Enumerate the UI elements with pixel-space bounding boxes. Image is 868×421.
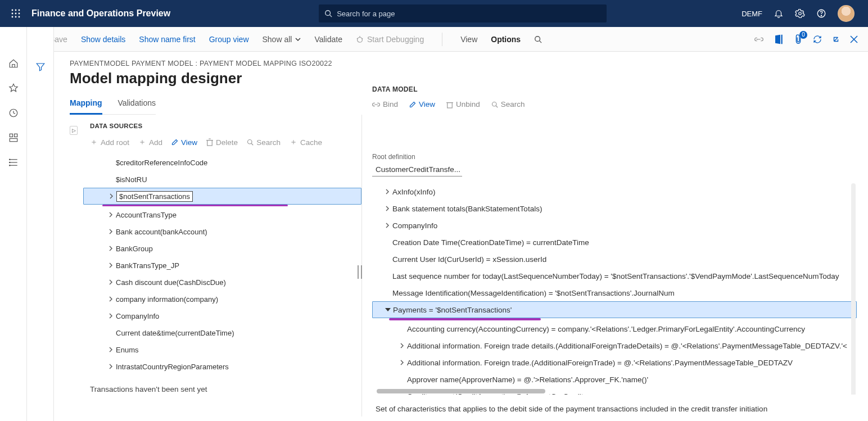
ds-status-text: Transactions haven't been sent yet [70,375,361,398]
chevron-right-icon[interactable] [106,313,116,319]
dm-tree-item[interactable]: Additional information. Foreign trade de… [372,337,857,354]
data-model-header: DATA MODEL [372,85,525,93]
toolbar-search-icon[interactable] [534,35,542,43]
ds-tree-item[interactable]: Current date&time(currentDateTime) [83,324,361,341]
delete-button[interactable]: Delete [206,138,238,147]
data-sources-tree[interactable]: $creditorReferenceInfoCode$isNotRU$notSe… [70,154,361,375]
tab-mapping[interactable]: Mapping [70,95,102,115]
data-model-tree[interactable]: AxInfo(xInfo)Bank statement totals(BankS… [372,183,857,395]
chevron-right-icon[interactable] [106,296,116,302]
dm-view-button[interactable]: View [409,100,435,108]
chevron-right-icon[interactable] [106,364,116,369]
show-details-button[interactable]: Show details [81,35,125,44]
chevron-down-icon[interactable] [383,307,393,312]
start-debugging-button[interactable]: Start Debugging [356,35,424,44]
chevron-right-icon[interactable] [382,223,392,228]
chevron-right-icon[interactable] [106,347,116,352]
dm-tree-item[interactable]: Payments = '$notSentTransactions' [372,301,857,318]
close-icon[interactable] [850,35,858,43]
chevron-right-icon[interactable] [106,229,116,234]
root-definition-value[interactable]: CustomerCreditTransfe... [372,163,462,176]
dm-tree-item[interactable]: Approver name(ApproverName) = @.'>Relati… [372,371,857,388]
ds-tree-item[interactable]: CompanyInfo [83,307,361,324]
modules-icon[interactable] [8,157,19,168]
chevron-right-icon[interactable] [106,212,116,218]
dm-tree-item[interactable]: Creation Date Time(CreationDateTime) = c… [372,234,857,251]
ds-tree-item[interactable]: Bank account(bankAccount) [83,223,361,240]
avatar[interactable] [838,5,855,22]
add-button[interactable]: ＋Add [138,137,162,147]
gear-icon[interactable] [795,8,805,19]
breadcrumb: PAYMENTMODEL PAYMENT MODEL : PAYMENT MOD… [70,60,857,67]
refresh-icon[interactable] [813,35,822,44]
svg-line-46 [496,106,498,107]
link-icon[interactable] [754,37,763,42]
favorite-icon[interactable] [8,83,19,93]
company-code[interactable]: DEMF [742,10,762,18]
ds-tree-item[interactable]: Enums [83,341,361,358]
recent-icon[interactable] [8,108,19,118]
ds-view-button[interactable]: View [171,138,197,147]
ds-tree-item[interactable]: company information(company) [83,291,361,307]
scrollbar-horizontal[interactable] [377,389,545,393]
collapse-handle-icon[interactable]: ▷ [70,126,78,135]
help-icon[interactable] [816,8,826,19]
view-button[interactable]: View [460,35,477,44]
splitter-handle[interactable] [358,265,362,279]
dm-tree-item[interactable]: Last sequence number for today(LastSeque… [372,268,857,284]
scrollbar-vertical[interactable] [851,183,856,395]
add-root-button[interactable]: ＋Add root [90,137,129,147]
ds-tree-label: CompanyInfo [116,312,159,320]
popout-icon[interactable] [832,35,840,43]
filter-icon[interactable] [35,62,46,72]
options-button[interactable]: Options [491,35,521,44]
ds-tree-label: BankGroup [116,245,153,253]
bell-icon[interactable] [774,8,784,19]
group-view-button[interactable]: Group view [209,35,249,44]
dm-tree-item[interactable]: AxInfo(xInfo) [372,183,857,200]
home-icon[interactable] [8,58,19,69]
tab-validations[interactable]: Validations [118,95,156,114]
chevron-right-icon[interactable] [106,279,116,285]
office-icon[interactable] [774,34,784,44]
ds-tree-item[interactable]: BankTransType_JP [83,257,361,274]
unbind-button[interactable]: Unbind [446,100,480,108]
dm-tree-item[interactable]: Message Identification(MessageIdentifica… [372,284,857,301]
cache-button[interactable]: ＋Cache [290,137,322,147]
dm-tree-label: Accounting currency(AccountingCurrency) … [407,325,805,333]
dm-tree-label: CompanyInfo [392,221,437,230]
dm-tree-item[interactable]: CompanyInfo [372,217,857,234]
ds-tree-item[interactable]: BankGroup [83,240,361,257]
ds-tree-item[interactable]: Cash discount due(CashDiscDue) [83,274,361,291]
ds-tree-item[interactable]: $isNotRU [83,171,361,188]
dm-tree-item[interactable]: Current User Id(CurUserId) = xSession.us… [372,251,857,268]
show-all-dropdown[interactable]: Show all [263,35,301,44]
dm-search-button[interactable]: Search [491,100,525,108]
svg-point-0 [12,10,13,11]
ds-tree-item[interactable]: $notSentTransactions [83,188,361,205]
chevron-right-icon[interactable] [382,189,392,194]
chevron-right-icon[interactable] [397,360,407,365]
chevron-right-icon[interactable] [106,262,116,268]
dm-tree-item[interactable]: Accounting currency(AccountingCurrency) … [372,320,857,337]
chevron-right-icon[interactable] [106,193,116,199]
bind-button[interactable]: Bind [372,100,398,108]
dm-tree-item[interactable]: Bank statement totals(BankStatementTotal… [372,200,857,217]
ds-tree-item[interactable]: AccountTransType [83,206,361,223]
chevron-right-icon[interactable] [106,246,116,251]
workspace-icon[interactable] [8,133,19,143]
ds-tree-item[interactable]: $creditorReferenceInfoCode [83,154,361,171]
validate-button[interactable]: Validate [314,35,342,44]
global-search[interactable]: Search for a page [319,4,607,22]
dm-tree-item[interactable]: Additional information. Foreign trade.(A… [372,354,857,371]
chevron-right-icon[interactable] [382,206,392,211]
ds-tree-item[interactable]: IntrastatCountryRegionParameters [83,358,361,375]
chevron-right-icon[interactable] [397,343,407,348]
divider [442,33,442,46]
show-name-first-button[interactable]: Show name first [139,35,195,44]
app-launcher-icon[interactable] [4,0,27,27]
ds-search-button[interactable]: Search [247,138,281,147]
data-sources-header: DATA SOURCES [70,123,361,129]
attachments-icon[interactable]: 0 [794,34,803,44]
attachments-badge: 0 [799,31,807,39]
